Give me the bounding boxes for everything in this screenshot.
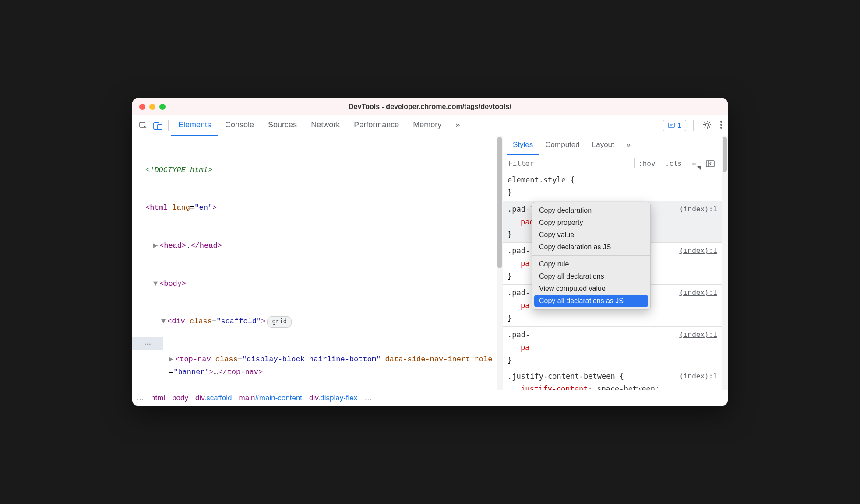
kebab-menu-icon[interactable] [718,119,724,133]
settings-gear-icon[interactable] [701,118,714,133]
close-window-button[interactable] [139,104,145,110]
line-actions-icon[interactable]: ⋯ [132,337,163,350]
menu-copy-all-declarations[interactable]: Copy all declarations [532,270,650,283]
inspect-element-icon[interactable] [136,118,151,133]
menu-copy-declaration-as-js[interactable]: Copy declaration as JS [532,241,650,253]
window-titlebar: DevTools - developer.chrome.com/tags/dev… [132,98,728,115]
hov-toggle[interactable]: :hov [634,158,659,168]
minimize-window-button[interactable] [149,104,155,110]
breadcrumb-overflow-left[interactable]: … [137,394,144,402]
svg-rect-2 [158,124,162,130]
dom-tree[interactable]: <!DOCTYPE html> <html lang="en"> ▶<head>… [132,136,497,390]
device-toolbar-icon[interactable] [151,118,166,133]
window-title: DevTools - developer.chrome.com/tags/dev… [132,103,728,111]
rule-source-link[interactable]: (index):1 [679,245,717,256]
svg-point-9 [720,127,722,129]
crumb-body[interactable]: body [172,394,188,402]
menu-copy-all-declarations-as-js[interactable]: Copy all declarations as JS [534,295,648,307]
dom-html-open[interactable]: <html lang="en"> [132,202,497,214]
toolbar-divider [168,120,169,131]
main-tabs: Elements Console Sources Network Perform… [171,115,467,136]
toggle-sidebar-icon[interactable] [702,159,718,168]
styles-tabs: Styles Computed Layout » [503,136,722,155]
svg-point-7 [720,121,722,122]
devtools-toolbar: Elements Console Sources Network Perform… [132,115,728,136]
dom-body[interactable]: ▼<body> [132,278,497,290]
styles-filter-input[interactable] [507,158,632,169]
menu-divider [532,256,650,256]
breadcrumb-overflow-right[interactable]: … [364,394,372,402]
issues-count: 1 [677,122,681,130]
tab-console[interactable]: Console [218,115,261,136]
crumb-selected-div[interactable]: div.display-flex [309,394,357,402]
svg-rect-3 [668,123,674,127]
cls-toggle[interactable]: .cls [662,158,686,168]
new-style-rule-button[interactable]: + [688,158,700,169]
grid-badge[interactable]: grid [267,316,292,328]
tabs-overflow[interactable]: » [448,115,467,136]
tab-styles[interactable]: Styles [507,136,539,155]
toolbar-divider [693,120,694,131]
menu-view-computed-value[interactable]: View computed value [532,283,650,295]
dom-topnav[interactable]: ▶<top-nav class="display-block hairline-… [132,354,497,379]
crumb-html[interactable]: html [151,394,165,402]
svg-point-8 [720,124,722,126]
tab-sources[interactable]: Sources [261,115,304,136]
menu-copy-value[interactable]: Copy value [532,229,650,241]
menu-copy-declaration[interactable]: Copy declaration [532,204,650,217]
rule-justify-content[interactable]: (index):1 .justify-content-between { jus… [503,368,722,390]
rule-pad-4[interactable]: (index):1 .pad- pa } [503,327,722,369]
menu-copy-rule[interactable]: Copy rule [532,258,650,270]
tab-memory[interactable]: Memory [406,115,448,136]
rule-element-style[interactable]: element.style { } [503,172,722,201]
styles-tabs-overflow[interactable]: » [620,136,637,155]
tab-layout[interactable]: Layout [586,136,620,155]
elements-panel[interactable]: <!DOCTYPE html> <html lang="en"> ▶<head>… [132,136,497,390]
traffic-lights [139,104,166,110]
rule-source-link[interactable]: (index):1 [679,203,717,215]
rule-source-link[interactable]: (index):1 [679,370,717,382]
tab-computed[interactable]: Computed [539,136,585,155]
tab-performance[interactable]: Performance [347,115,406,136]
crumb-scaffold[interactable]: div.scaffold [195,394,232,402]
tab-network[interactable]: Network [304,115,347,136]
elements-scrollbar[interactable] [497,136,503,390]
rule-source-link[interactable]: (index):1 [679,287,717,298]
tab-elements[interactable]: Elements [171,115,218,136]
dom-head[interactable]: ▶<head>…</head> [132,240,497,252]
context-menu: Copy declaration Copy property Copy valu… [532,202,651,310]
styles-panel: Styles Computed Layout » :hov .cls + ele… [503,136,722,390]
rule-source-link[interactable]: (index):1 [679,329,717,340]
svg-point-6 [706,123,709,126]
dom-scaffold[interactable]: ▼<div class="scaffold">grid [132,315,497,328]
crumb-main[interactable]: main#main-content [239,394,303,402]
breadcrumb: … html body div.scaffold main#main-conte… [132,390,728,406]
issues-badge[interactable]: 1 [663,120,686,131]
dom-doctype[interactable]: <!DOCTYPE html> [132,164,497,177]
fullscreen-window-button[interactable] [159,104,166,110]
styles-scrollbar[interactable] [722,136,728,390]
styles-toolbar: :hov .cls + [503,155,722,172]
menu-copy-property[interactable]: Copy property [532,217,650,229]
